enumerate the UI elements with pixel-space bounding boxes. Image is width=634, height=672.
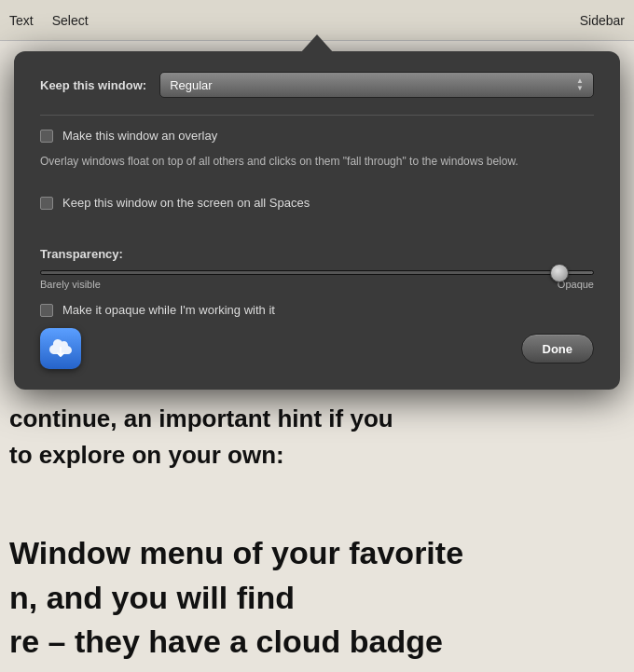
done-button[interactable]: Done (521, 334, 595, 363)
slider-track (40, 270, 594, 275)
overlay-checkbox[interactable] (40, 130, 53, 143)
panel: Keep this window: Regular ▲ ▼ Make this … (14, 51, 620, 390)
overlay-checkbox-label: Make this window an overlay (62, 129, 217, 144)
cloud-icon-button[interactable] (40, 328, 81, 369)
overlay-checkbox-row: Make this window an overlay (40, 129, 594, 144)
dropdown-value: Regular (170, 78, 213, 92)
chevron-down-icon: ▼ (576, 85, 584, 92)
keep-window-label: Keep this window: (40, 78, 146, 92)
divider (40, 115, 594, 116)
opaque-checkbox[interactable] (40, 304, 53, 317)
opaque-checkbox-label: Make it opaque while I'm working with it (62, 303, 275, 319)
bottom-row: Done (40, 328, 594, 369)
menu-text[interactable]: Text (9, 13, 34, 28)
slider-thumb[interactable] (550, 264, 569, 282)
transparency-slider-container (40, 270, 594, 275)
opaque-checkbox-row: Make it opaque while I'm working with it (40, 303, 594, 319)
bg-lines-bottom: Window menu of your favorite n, and you … (0, 531, 634, 665)
keep-window-row: Keep this window: Regular ▲ ▼ (40, 72, 594, 98)
menu-sidebar[interactable]: Sidebar (580, 13, 625, 28)
window-type-dropdown[interactable]: Regular ▲ ▼ (159, 72, 594, 98)
dropdown-arrows: ▲ ▼ (576, 73, 584, 97)
spaces-checkbox-row: Keep this window on the screen on all Sp… (40, 196, 594, 212)
slider-fill (41, 271, 559, 274)
spaces-checkbox[interactable] (40, 197, 53, 210)
spaces-checkbox-label: Keep this window on the screen on all Sp… (62, 196, 310, 212)
slider-labels: Barely visible Opaque (40, 279, 594, 290)
slider-label-min: Barely visible (40, 279, 101, 290)
transparency-label: Transparency: (40, 247, 594, 261)
menu-select[interactable]: Select (52, 13, 89, 28)
bg-lines: continue, an important hint if you to ex… (0, 401, 634, 473)
overlay-description: Overlay windows float on top of all othe… (40, 154, 594, 170)
cloud-icon (48, 338, 74, 359)
